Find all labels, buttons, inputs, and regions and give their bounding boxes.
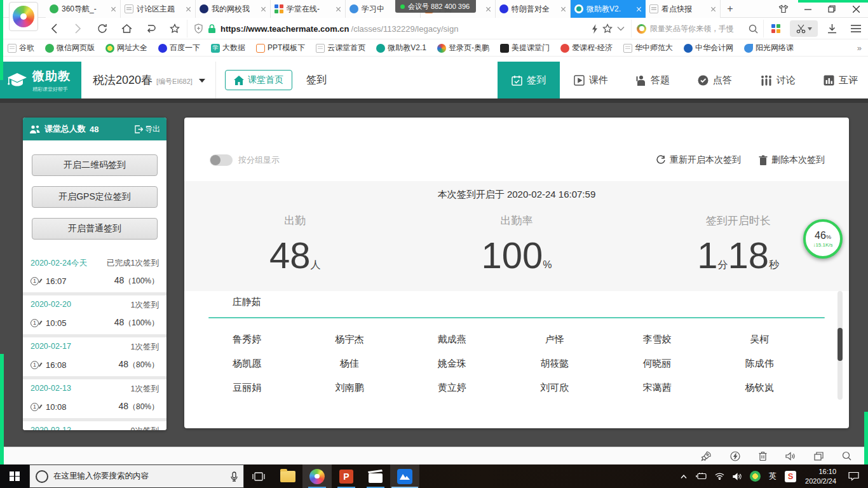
tab-kandian[interactable]: 看点快报 xyxy=(646,0,721,18)
new-tab-button[interactable] xyxy=(721,0,740,18)
power-plug-icon[interactable] xyxy=(693,464,710,488)
minimize-button[interactable] xyxy=(796,0,820,18)
favorites-star-icon[interactable] xyxy=(163,20,187,37)
360-safe-tray-icon[interactable] xyxy=(747,464,763,488)
bookmarks-overflow-chevron[interactable]: » xyxy=(857,43,862,53)
tab-baidu-news[interactable]: 特朗普对全 xyxy=(496,0,571,18)
delete-sign-in-button[interactable]: 删除本次签到 xyxy=(759,154,825,166)
nav-peer-review[interactable]: 互评 xyxy=(810,62,868,98)
tab-wangxiao[interactable]: 我的网校我 xyxy=(196,0,271,18)
download-icon[interactable] xyxy=(820,20,844,37)
bookmark-ppt[interactable]: PPT模板下 xyxy=(256,43,305,53)
edge-handle-bottom-right[interactable] xyxy=(864,412,868,464)
wifi-icon[interactable] xyxy=(711,464,728,488)
action-center-button[interactable] xyxy=(843,464,864,488)
bookmark-accounting[interactable]: 中华会计网 xyxy=(684,43,733,53)
forward-button[interactable] xyxy=(66,20,90,37)
bookmark-icourse[interactable]: 爱课程-经济 xyxy=(560,43,613,53)
taskbar-search[interactable]: 在这里输入你要搜索的内容 xyxy=(29,464,244,488)
tab-xuetangx[interactable]: 学堂在线- xyxy=(271,0,346,18)
mute-speaker-icon[interactable] xyxy=(785,452,796,461)
history-item[interactable]: 2020-02-131次签到 110:08 48（80%） xyxy=(23,379,166,418)
video-app-taskbar-button[interactable] xyxy=(361,464,390,488)
tab-close-icon[interactable] xyxy=(261,6,266,12)
powerpoint-taskbar-button[interactable] xyxy=(332,464,361,488)
tab-close-icon[interactable] xyxy=(111,6,116,12)
screenshot-scissors-button[interactable] xyxy=(790,20,818,37)
nav-discussion[interactable]: 讨论 xyxy=(746,62,810,98)
ime-indicator[interactable]: 英 xyxy=(764,464,781,488)
bookmark-teachermate[interactable]: 微助教V2.1 xyxy=(376,43,426,53)
dropdown-caret-icon[interactable] xyxy=(617,26,625,31)
microphone-icon[interactable] xyxy=(231,471,238,482)
tab-360nav[interactable]: 360导航_- xyxy=(46,0,121,18)
normal-sign-in-button[interactable]: 开启普通签到 xyxy=(32,218,158,240)
course-selector[interactable]: 税法2020春 [编号EI682] xyxy=(93,72,193,88)
browser-speed-ball[interactable]: 46% ↓15.1K/s xyxy=(803,219,843,259)
tab-close-icon[interactable] xyxy=(560,6,566,12)
tab-close-icon[interactable] xyxy=(186,6,191,12)
clean-trash-icon[interactable] xyxy=(759,451,767,461)
bookmark-ccnu[interactable]: 华中师范大 xyxy=(623,43,673,53)
file-explorer-button[interactable] xyxy=(273,464,302,488)
history-item[interactable]: 2020-02-171次签到 116:08 48（80%） xyxy=(23,337,166,376)
bookmark-aopeng[interactable]: 登录页-奥鹏 xyxy=(437,43,489,53)
address-bar[interactable]: https://www.teachermate.com.cn/classes/1… xyxy=(187,20,632,37)
restore-button[interactable] xyxy=(820,0,844,18)
tray-expand-chevron-icon[interactable] xyxy=(675,464,692,488)
bookmark-baidu[interactable]: 百度一下 xyxy=(158,43,200,53)
history-item[interactable]: 2020-02-120次签到 xyxy=(23,421,166,430)
home-button[interactable] xyxy=(114,20,139,37)
refresh-button[interactable] xyxy=(90,20,114,37)
speed-gauge-icon[interactable] xyxy=(730,451,740,461)
history-item[interactable]: 2020-02-24今天已完成1次签到 116:07 48（100%） xyxy=(23,254,166,292)
sogou-ime-icon[interactable] xyxy=(782,464,799,488)
skin-icon[interactable] xyxy=(771,0,796,18)
bookmark-wechat[interactable]: 微信网页版 xyxy=(45,43,95,53)
qr-sign-in-button[interactable]: 开启二维码签到 xyxy=(32,154,158,176)
names-scrollbar-thumb[interactable] xyxy=(837,328,843,361)
shield-icon[interactable] xyxy=(194,24,203,34)
tab-close-icon[interactable] xyxy=(336,6,341,12)
taskbar-clock[interactable]: 16:10 2020/2/24 xyxy=(800,467,841,485)
browser-search-box[interactable]: 限量奖品等你来领，手慢 xyxy=(632,20,764,37)
bookmark-star-icon[interactable] xyxy=(602,24,613,34)
start-button[interactable] xyxy=(0,464,29,488)
task-view-button[interactable] xyxy=(244,464,273,488)
browser-logo[interactable] xyxy=(9,2,38,31)
volume-icon[interactable] xyxy=(729,464,745,488)
window-overlap-icon[interactable] xyxy=(814,452,824,461)
tab-forum[interactable]: 讨论区主题 xyxy=(121,0,196,18)
group-display-toggle[interactable] xyxy=(210,154,233,166)
export-button[interactable]: 导出 xyxy=(135,124,160,135)
voov-meeting-taskbar-button[interactable] xyxy=(390,464,419,488)
tab-close-icon[interactable] xyxy=(710,6,716,12)
thunder-icon[interactable] xyxy=(592,24,598,34)
back-button[interactable] xyxy=(42,20,66,37)
nav-sign-in[interactable]: 签到 xyxy=(498,62,560,98)
page-find-icon[interactable] xyxy=(842,451,851,461)
reopen-sign-in-button[interactable]: 重新开启本次签到 xyxy=(656,154,741,166)
history-item[interactable]: 2020-02-201次签到 110:05 48（100%） xyxy=(23,295,166,334)
bookmark-meiti[interactable]: 美提课堂门 xyxy=(500,43,550,53)
apps-grid-icon[interactable] xyxy=(764,20,788,37)
bookmark-yunketang[interactable]: 云课堂首页 xyxy=(316,43,365,53)
search-icon[interactable] xyxy=(749,24,758,34)
nav-pick-answer[interactable]: 点答 xyxy=(684,62,746,98)
boost-rocket-icon[interactable] xyxy=(701,451,712,461)
tab-close-icon[interactable] xyxy=(485,6,491,12)
tab-teachermate-active[interactable]: 微助教V2. xyxy=(571,0,646,18)
course-dropdown-caret-icon[interactable] xyxy=(199,79,205,86)
bookmark-360sites[interactable]: 网址大全 xyxy=(105,43,147,53)
menu-hamburger-icon[interactable] xyxy=(844,20,868,37)
edge-handle-top-left[interactable] xyxy=(0,0,3,80)
close-window-button[interactable] xyxy=(844,0,868,18)
class-home-button[interactable]: 课堂首页 xyxy=(225,70,292,90)
browser-360-taskbar-button[interactable] xyxy=(302,464,332,488)
tab-close-icon[interactable] xyxy=(636,6,642,12)
edge-handle-bottom-left[interactable] xyxy=(0,354,4,464)
app-logo[interactable]: 微助教精彩课堂好帮手 xyxy=(0,62,81,98)
meeting-id-overlay[interactable]: 会议号 882 400 396 xyxy=(395,0,476,13)
restore-tab-button[interactable] xyxy=(139,20,163,37)
names-scrollbar-track[interactable] xyxy=(837,291,843,400)
